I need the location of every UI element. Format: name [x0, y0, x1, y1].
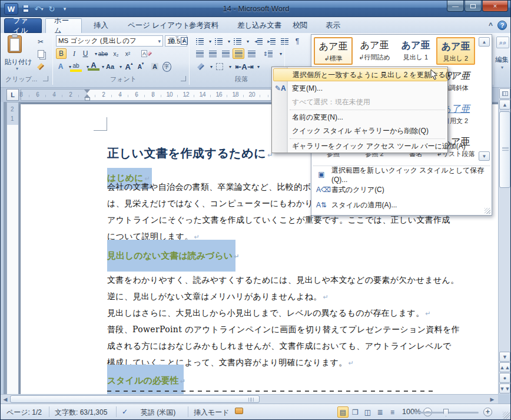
- line-spacing-button[interactable]: ⇕: [262, 48, 274, 59]
- zoom-in-button[interactable]: +: [483, 408, 492, 416]
- multilevel-list-button[interactable]: [231, 36, 243, 47]
- proofing-icon[interactable]: ✓: [122, 408, 128, 416]
- vertical-ruler[interactable]: 2 1: [6, 102, 19, 394]
- align-right-button[interactable]: [220, 48, 231, 59]
- align-left-button[interactable]: [194, 48, 205, 59]
- enclose-characters-button[interactable]: 字: [161, 61, 172, 72]
- grow-font-button[interactable]: A▴: [123, 61, 135, 72]
- clear-formatting-item[interactable]: A⌫ 書式のクリア(C): [311, 183, 492, 196]
- body-line[interactable]: 普段、PowerPoint のアウトラインペインに画面を切り替えてプレゼンテーシ…: [107, 325, 460, 335]
- scroll-down-button[interactable]: ▼: [499, 352, 510, 362]
- cut-button[interactable]: ✂: [35, 37, 47, 47]
- font-dialog-launcher[interactable]: [181, 76, 186, 81]
- body-line[interactable]: は、見栄えだけではなく、コンピューターにもわかりやすい: [107, 199, 339, 209]
- outline-view-button[interactable]: ≣: [374, 406, 386, 418]
- document-title[interactable]: 正しい文書を作成するために: [107, 145, 273, 161]
- underline-button[interactable]: U: [79, 48, 91, 59]
- language-indicator[interactable]: 英語 (米国): [141, 408, 175, 418]
- ruler-toggle-button[interactable]: [499, 88, 510, 99]
- subscript-button[interactable]: x₂: [110, 48, 122, 59]
- insert-mode-indicator[interactable]: 挿入モード: [194, 408, 230, 418]
- shrink-font-button[interactable]: A▾: [135, 61, 147, 72]
- page-indicator[interactable]: ページ: 1/2: [6, 408, 42, 418]
- menu-remove-from-gallery-item[interactable]: クイック スタイル ギャラリーから削除(Q): [273, 124, 447, 137]
- draft-view-button[interactable]: ≡: [387, 406, 398, 418]
- borders-button[interactable]: [214, 61, 225, 72]
- web-layout-button[interactable]: ◫: [362, 406, 373, 418]
- vertical-scrollbar[interactable]: ▲ ▼ ▲▲ ● ▼▼: [498, 88, 510, 394]
- editing-dropdown-icon[interactable]: ▾: [501, 65, 503, 70]
- superscript-button[interactable]: x²: [122, 48, 134, 59]
- menu-update-style-item[interactable]: 選択個所と一致するように 見出し 2 を更新する(P): [273, 68, 447, 81]
- asian-layout-button[interactable]: ⇤A⇥: [238, 61, 250, 72]
- horizontal-ruler[interactable]: 8 6 4 2 2 4 6 8 10 12 14 16 18 20: [21, 89, 271, 101]
- doc-heading-3[interactable]: スタイルの必要性: [107, 375, 185, 386]
- tab-home[interactable]: ホーム: [45, 18, 82, 33]
- italic-button[interactable]: I: [68, 48, 80, 59]
- style-no-spacing[interactable]: あア亜 ↲行間詰め: [355, 37, 394, 65]
- numbering-button[interactable]: [213, 36, 224, 47]
- tab-selector[interactable]: L: [6, 89, 19, 101]
- show-formatting-marks-button[interactable]: ¶: [291, 36, 303, 47]
- char-shading-button[interactable]: A: [149, 61, 161, 72]
- style-heading-1[interactable]: あア亜 見出し 1: [396, 37, 435, 65]
- save-selection-as-style-item[interactable]: ▣ 選択範囲を新しいクイック スタイルとして保存(Q)...: [311, 168, 492, 181]
- style-heading-2[interactable]: あア亜 見出し 2: [436, 37, 475, 65]
- paste-label[interactable]: 貼り付け: [3, 58, 34, 67]
- style-normal[interactable]: あア亜 ↲標準: [314, 37, 353, 65]
- macro-icon[interactable]: [235, 408, 243, 414]
- shading-button[interactable]: [195, 61, 207, 72]
- decrease-indent-button[interactable]: ◂: [253, 36, 264, 47]
- doc-heading-2[interactable]: 見出しのない文書は読みづらい: [107, 250, 239, 262]
- full-screen-reading-button[interactable]: ❐: [350, 406, 361, 418]
- body-line[interactable]: 逆に、見出しがない文章はメリハリがありませんよね。: [107, 292, 328, 302]
- multilevel-dropdown-icon[interactable]: ▾: [242, 36, 254, 47]
- help-icon[interactable]: ?: [497, 21, 507, 30]
- minimize-ribbon-icon[interactable]: ^: [489, 21, 493, 29]
- first-line-indent-marker[interactable]: [84, 90, 90, 93]
- increase-indent-button[interactable]: ▸: [266, 36, 277, 47]
- resize-grip[interactable]: [503, 412, 510, 419]
- font-name-combo[interactable]: MS ゴシック (見出しのフ▾: [56, 35, 163, 47]
- strikethrough-button[interactable]: abe: [97, 48, 109, 59]
- scroll-right-button[interactable]: ▶: [488, 395, 496, 404]
- body-line[interactable]: アウトラインにそぐった文書を作成していくことが重要です。ここでは、正しい文書作成: [107, 215, 450, 226]
- paste-button[interactable]: [8, 35, 22, 53]
- select-browse-object-button[interactable]: ●: [499, 373, 510, 383]
- menu-rename-item[interactable]: 名前の変更(N)...: [273, 111, 447, 124]
- bold-button[interactable]: B: [56, 48, 67, 59]
- ruby-button[interactable]: 亜ア: [168, 35, 180, 46]
- bullets-button[interactable]: [194, 36, 205, 47]
- next-page-button[interactable]: ▼▼: [499, 383, 510, 393]
- body-line[interactable]: 文書をわかりやすく、読みやすくするためには、見出しや本文などの要素が欠かせません…: [107, 275, 459, 286]
- body-line[interactable]: 会社の文書や自治会の書類、卒業論文など、比較的ボリュ: [107, 182, 328, 193]
- previous-page-button[interactable]: ▲▲: [499, 362, 510, 372]
- left-indent-marker[interactable]: [85, 97, 90, 101]
- asian-layout-dropdown-icon[interactable]: ▾: [253, 61, 264, 72]
- horizontal-scrollbar[interactable]: ◀ ▶: [1, 394, 498, 404]
- tab-file[interactable]: ファイル: [4, 18, 42, 33]
- tab-mailings[interactable]: 差し込み文書: [229, 18, 290, 33]
- minimize-button[interactable]: —: [447, 1, 464, 12]
- paste-dropdown-icon[interactable]: ▾: [16, 66, 18, 71]
- clipboard-dialog-launcher[interactable]: [43, 76, 48, 81]
- scroll-left-button[interactable]: ◀: [1, 395, 9, 404]
- close-button[interactable]: ×: [482, 1, 508, 12]
- line-spacing-dropdown-icon[interactable]: ▾: [275, 48, 287, 59]
- format-painter-button[interactable]: [35, 61, 47, 72]
- change-case-button[interactable]: Aa: [104, 61, 116, 72]
- tab-references[interactable]: 参考資料: [181, 18, 227, 33]
- justify-button[interactable]: [233, 48, 244, 59]
- copy-button[interactable]: [35, 48, 47, 59]
- zoom-slider-track[interactable]: [413, 412, 479, 414]
- menu-add-gallery-to-qat-item[interactable]: ギャラリーをクイック アクセス ツール バーに追加(A): [273, 140, 447, 153]
- highlight-button[interactable]: ab: [70, 61, 82, 72]
- body-line[interactable]: 見出しはさらに、大見出しから小見出しまで、レベルの異なるものが存在します。: [107, 308, 431, 319]
- tab-view[interactable]: 表示: [317, 18, 349, 33]
- tab-insert[interactable]: 挿入: [85, 18, 117, 33]
- align-center-button[interactable]: [207, 48, 218, 59]
- gallery-scroll-up-icon[interactable]: ▲: [479, 37, 490, 47]
- word-count-indicator[interactable]: 文字数: 63/1,305: [55, 408, 107, 418]
- char-border-button[interactable]: A: [178, 35, 190, 46]
- zoom-slider-thumb[interactable]: [443, 409, 449, 416]
